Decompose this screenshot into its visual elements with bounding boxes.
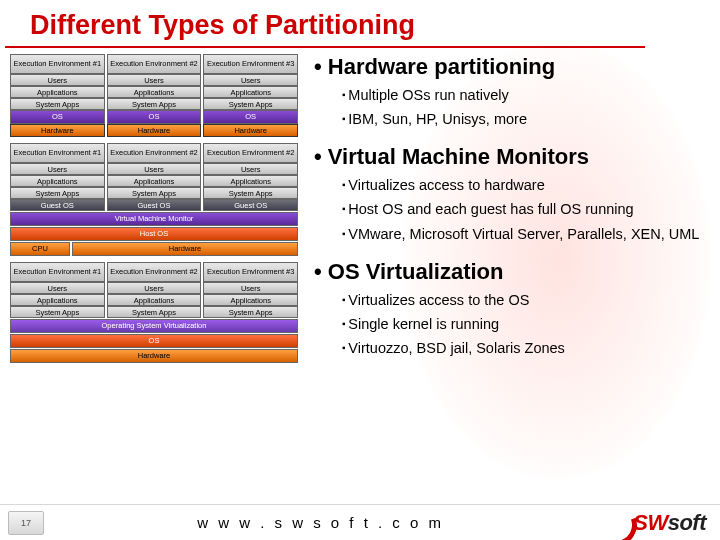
layer-cell: Users bbox=[10, 163, 105, 175]
diag3-col-2: Execution Environment #2 Users Applicati… bbox=[107, 262, 202, 318]
guest-os-cell: Guest OS bbox=[107, 199, 202, 211]
diag2-col-3: Execution Environment #2 Users Applicati… bbox=[203, 143, 298, 211]
layer-cell: Users bbox=[107, 74, 202, 86]
section-heading: Virtual Machine Monitors bbox=[314, 144, 705, 170]
bullets-column: Hardware partitioning Multiple OSs run n… bbox=[300, 50, 705, 363]
layer-cell: Applications bbox=[10, 175, 105, 187]
layer-cell: Applications bbox=[203, 86, 298, 98]
layer-cell: System Apps bbox=[107, 187, 202, 199]
diagram-virtual-machine-monitors: Execution Environment #1 Users Applicati… bbox=[10, 143, 298, 256]
guest-os-cell: Guest OS bbox=[10, 199, 105, 211]
diagram-hardware-partitioning: Execution Environment #1 Users Applicati… bbox=[10, 54, 298, 137]
bullet-item: Multiple OSs run natively bbox=[342, 86, 705, 104]
diagrams-column: Execution Environment #1 Users Applicati… bbox=[10, 50, 300, 363]
os-cell: OS bbox=[107, 110, 202, 124]
exec-env-label: Execution Environment #3 bbox=[203, 262, 298, 282]
os-cell: OS bbox=[10, 110, 105, 124]
layer-cell: Applications bbox=[203, 175, 298, 187]
os-cell: OS bbox=[203, 110, 298, 124]
layer-cell: Users bbox=[107, 282, 202, 294]
footer-url: w w w . s w s o f t . c o m bbox=[44, 514, 597, 531]
swsoft-logo: SWsoft bbox=[597, 510, 706, 536]
layer-cell: System Apps bbox=[10, 98, 105, 110]
exec-env-label: Execution Environment #1 bbox=[10, 262, 105, 282]
bullet-item: Virtuozzo, BSD jail, Solaris Zones bbox=[342, 339, 705, 357]
layer-cell: Users bbox=[203, 74, 298, 86]
exec-env-label: Execution Environment #1 bbox=[10, 54, 105, 74]
layer-cell: Applications bbox=[10, 86, 105, 98]
layer-cell: Users bbox=[203, 282, 298, 294]
layer-cell: Applications bbox=[107, 175, 202, 187]
bullet-item: Virtualizes access to the OS bbox=[342, 291, 705, 309]
cpu-cell: CPU bbox=[10, 242, 70, 256]
exec-env-label: Execution Environment #2 bbox=[107, 54, 202, 74]
hardware-cell: Hardware bbox=[107, 124, 202, 137]
layer-cell: Users bbox=[107, 163, 202, 175]
hardware-layer: Hardware bbox=[10, 349, 298, 363]
bullet-item: IBM, Sun, HP, Unisys, more bbox=[342, 110, 705, 128]
guest-os-cell: Guest OS bbox=[203, 199, 298, 211]
hardware-cell: Hardware bbox=[203, 124, 298, 137]
exec-env-label: Execution Environment #2 bbox=[107, 143, 202, 163]
section-heading: OS Virtualization bbox=[314, 259, 705, 285]
diag1-col-2: Execution Environment #2 Users Applicati… bbox=[107, 54, 202, 137]
layer-cell: Users bbox=[10, 74, 105, 86]
hardware-cell: Hardware bbox=[72, 242, 298, 256]
diag1-col-1: Execution Environment #1 Users Applicati… bbox=[10, 54, 105, 137]
layer-cell: System Apps bbox=[10, 306, 105, 318]
os-layer: OS bbox=[10, 334, 298, 348]
slide-title: Different Types of Partitioning bbox=[0, 0, 720, 46]
bullet-item: Virtualizes access to hardware bbox=[342, 176, 705, 194]
vmm-layer: Virtual Machine Monitor bbox=[10, 212, 298, 226]
diag2-col-2: Execution Environment #2 Users Applicati… bbox=[107, 143, 202, 211]
logo-text-sw: SW bbox=[633, 510, 667, 536]
layer-cell: Users bbox=[10, 282, 105, 294]
title-underline bbox=[5, 46, 645, 48]
bullet-item: VMware, Microsoft Virtual Server, Parall… bbox=[342, 225, 705, 243]
bullet-item: Host OS and each guest has full OS runni… bbox=[342, 200, 705, 218]
layer-cell: System Apps bbox=[203, 98, 298, 110]
section-heading: Hardware partitioning bbox=[314, 54, 705, 80]
layer-cell: System Apps bbox=[107, 306, 202, 318]
host-os-layer: Host OS bbox=[10, 227, 298, 241]
diag3-col-1: Execution Environment #1 Users Applicati… bbox=[10, 262, 105, 318]
layer-cell: Users bbox=[203, 163, 298, 175]
content-area: Execution Environment #1 Users Applicati… bbox=[10, 50, 705, 363]
layer-cell: Applications bbox=[10, 294, 105, 306]
diag3-col-3: Execution Environment #3 Users Applicati… bbox=[203, 262, 298, 318]
exec-env-label: Execution Environment #2 bbox=[107, 262, 202, 282]
logo-swoosh-icon bbox=[597, 512, 631, 534]
layer-cell: System Apps bbox=[107, 98, 202, 110]
layer-cell: System Apps bbox=[203, 306, 298, 318]
exec-env-label: Execution Environment #2 bbox=[203, 143, 298, 163]
diag2-col-1: Execution Environment #1 Users Applicati… bbox=[10, 143, 105, 211]
footer: 17 w w w . s w s o f t . c o m SWsoft bbox=[0, 504, 720, 540]
logo-text-soft: soft bbox=[668, 510, 706, 536]
layer-cell: System Apps bbox=[10, 187, 105, 199]
bullet-item: Single kernel is running bbox=[342, 315, 705, 333]
layer-cell: Applications bbox=[107, 294, 202, 306]
layer-cell: System Apps bbox=[203, 187, 298, 199]
exec-env-label: Execution Environment #3 bbox=[203, 54, 298, 74]
layer-cell: Applications bbox=[107, 86, 202, 98]
os-virtualization-layer: Operating System Virtualization bbox=[10, 319, 298, 333]
slide-number: 17 bbox=[8, 511, 44, 535]
diag1-col-3: Execution Environment #3 Users Applicati… bbox=[203, 54, 298, 137]
diagram-os-virtualization: Execution Environment #1 Users Applicati… bbox=[10, 262, 298, 363]
layer-cell: Applications bbox=[203, 294, 298, 306]
hardware-cell: Hardware bbox=[10, 124, 105, 137]
exec-env-label: Execution Environment #1 bbox=[10, 143, 105, 163]
